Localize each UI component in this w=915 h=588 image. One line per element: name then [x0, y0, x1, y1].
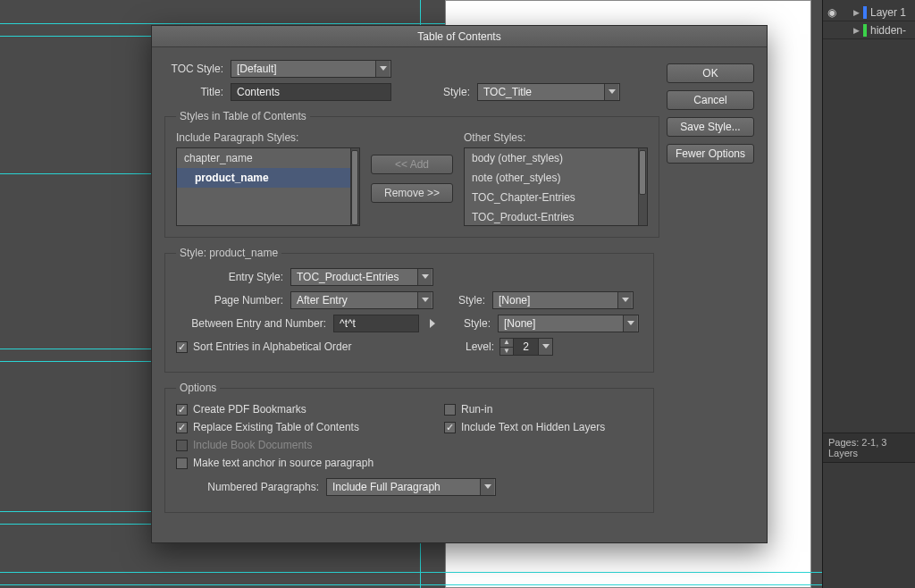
include-styles-listbox[interactable]: chapter_name product_name: [176, 147, 360, 226]
scrollbar[interactable]: [638, 148, 647, 225]
checkbox-label: Run-in: [461, 403, 492, 416]
checkbox-label: Include Book Documents: [193, 439, 312, 451]
layers-panel: ◉ ▶ Layer 1 ▶ hidden- Pages: 2-1, 3 Laye…: [822, 0, 915, 588]
options-group: Options Create PDF Bookmarks Run-in Repl…: [164, 382, 654, 513]
page-number-label: Page Number:: [176, 294, 283, 307]
scrollbar-thumb[interactable]: [351, 150, 358, 225]
styles-group: Styles in Table of Contents Include Para…: [164, 110, 659, 238]
checkbox-box: [444, 422, 456, 433]
checkbox-label: Make text anchor in source paragraph: [193, 457, 374, 469]
dropdown-value: Include Full Paragraph: [332, 481, 441, 493]
chevron-down-icon[interactable]: [539, 338, 553, 356]
guide-line: [0, 524, 151, 525]
title-label: Title:: [164, 86, 223, 98]
between-style-dropdown[interactable]: [None]: [498, 315, 639, 332]
svg-marker-5: [430, 319, 435, 328]
add-button[interactable]: << Add: [371, 155, 453, 174]
toc-style-dropdown[interactable]: [Default]: [231, 60, 391, 78]
scrollbar-thumb[interactable]: [639, 150, 646, 195]
checkbox-box: [176, 440, 188, 451]
list-item-selected[interactable]: product_name: [177, 168, 359, 188]
layer-name: Layer 1: [870, 6, 906, 19]
dropdown-value: [Default]: [237, 63, 277, 75]
sort-entries-checkbox[interactable]: Sort Entries in Alphabetical Order: [176, 340, 351, 353]
chevron-down-icon: [480, 479, 494, 495]
fewer-options-button[interactable]: Fewer Options: [667, 144, 754, 164]
toc-style-label: TOC Style:: [164, 63, 223, 75]
replace-existing-checkbox[interactable]: Replace Existing Table of Contents: [176, 421, 444, 433]
numbered-paragraphs-dropdown[interactable]: Include Full Paragraph: [326, 478, 496, 496]
between-style-label: Style:: [446, 317, 491, 330]
disclosure-triangle-icon[interactable]: ▶: [853, 8, 860, 17]
cancel-button[interactable]: Cancel: [667, 90, 754, 110]
checkbox-box: [176, 458, 188, 469]
svg-marker-6: [627, 321, 634, 325]
checkbox-label: Include Text on Hidden Layers: [461, 421, 605, 433]
entry-style-label: Entry Style:: [176, 271, 283, 283]
chevron-down-icon: [417, 269, 432, 285]
list-item[interactable]: note (other_styles): [465, 168, 647, 188]
svg-marker-3: [422, 298, 429, 302]
checkbox-box: [444, 404, 456, 416]
styles-group-legend: Styles in Table of Contents: [176, 110, 310, 122]
page-number-dropdown[interactable]: After Entry: [290, 291, 433, 309]
toc-dialog: Table of Contents OK Cancel Save Style..…: [151, 25, 768, 543]
level-label: Level:: [466, 340, 494, 353]
layer-row[interactable]: ◉ ▶ Layer 1: [823, 4, 915, 21]
title-field[interactable]: Contents: [231, 83, 391, 101]
scrollbar[interactable]: [350, 148, 359, 225]
between-field[interactable]: ^t^t: [333, 315, 419, 332]
remove-button[interactable]: Remove >>: [371, 183, 453, 203]
guide-line: [0, 349, 151, 349]
pdf-bookmarks-checkbox[interactable]: Create PDF Bookmarks: [176, 403, 444, 416]
run-in-checkbox[interactable]: Run-in: [444, 403, 642, 416]
visibility-icon[interactable]: ◉: [827, 6, 837, 19]
entry-style-dropdown[interactable]: TOC_Product-Entries: [290, 268, 433, 286]
svg-marker-2: [422, 274, 429, 279]
guide-line: [0, 173, 151, 174]
special-char-flyout-icon[interactable]: [426, 315, 439, 332]
between-value: ^t^t: [340, 317, 356, 330]
level-value[interactable]: 2: [514, 338, 539, 356]
other-styles-listbox[interactable]: body (other_styles) note (other_styles) …: [464, 147, 648, 226]
level-stepper[interactable]: ▲ ▼ 2: [499, 338, 553, 356]
chevron-down-icon: [417, 292, 432, 308]
guide-line: [0, 511, 151, 512]
between-label: Between Entry and Number:: [176, 317, 326, 330]
title-style-label: Style:: [399, 86, 470, 98]
svg-marker-0: [380, 66, 387, 71]
disclosure-triangle-icon[interactable]: ▶: [853, 26, 860, 35]
dialog-title: Table of Contents: [152, 26, 767, 47]
dropdown-value: After Entry: [297, 294, 348, 307]
dropdown-value: TOC_Title: [483, 86, 532, 98]
list-item[interactable]: body (other_styles): [465, 148, 647, 168]
checkbox-box: [176, 422, 188, 433]
svg-marker-7: [542, 344, 550, 349]
text-anchor-checkbox[interactable]: Make text anchor in source paragraph: [176, 457, 642, 469]
other-styles-label: Other Styles:: [464, 131, 648, 144]
dropdown-value: [None]: [499, 294, 530, 307]
list-item[interactable]: TOC_Product-Entries: [465, 207, 647, 226]
stepper-down-icon[interactable]: ▼: [500, 348, 513, 356]
book-documents-checkbox: Include Book Documents: [176, 439, 642, 451]
chevron-down-icon: [604, 84, 618, 100]
list-item[interactable]: chapter_name: [177, 148, 359, 168]
guide-line: [0, 23, 445, 24]
save-style-button[interactable]: Save Style...: [667, 117, 754, 137]
options-legend: Options: [176, 382, 220, 394]
numbered-paragraphs-label: Numbered Paragraphs:: [176, 481, 319, 493]
ok-button[interactable]: OK: [667, 63, 754, 83]
page-number-style-dropdown[interactable]: [None]: [492, 291, 634, 309]
checkbox-box: [176, 404, 188, 416]
layer-name: hidden-: [870, 24, 906, 37]
pages-status-text: Pages: 2-1, 3 Layers: [823, 433, 915, 463]
checkbox-label: Replace Existing Table of Contents: [193, 421, 359, 433]
style-detail-group: Style: product_name Entry Style: TOC_Pro…: [164, 247, 654, 373]
title-style-dropdown[interactable]: TOC_Title: [477, 83, 620, 101]
svg-marker-1: [609, 89, 616, 94]
hidden-layers-checkbox[interactable]: Include Text on Hidden Layers: [444, 421, 642, 433]
layer-row[interactable]: ▶ hidden-: [823, 21, 915, 39]
guide-line: [0, 584, 822, 585]
list-item[interactable]: TOC_Chapter-Entries: [465, 188, 647, 207]
style-detail-legend: Style: product_name: [176, 247, 281, 259]
